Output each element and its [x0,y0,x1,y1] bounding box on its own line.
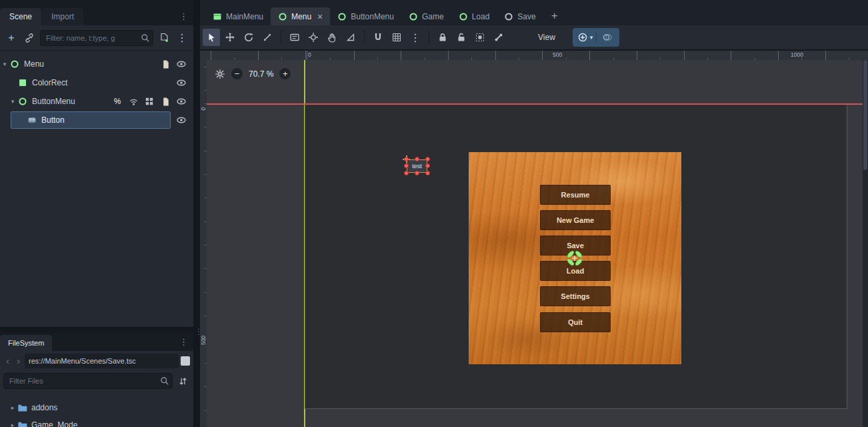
history-forward-icon[interactable]: › [14,356,23,366]
rotate-tool-button[interactable] [240,29,257,46]
control-node-icon [504,12,513,21]
visibility-eye-icon[interactable] [175,95,188,108]
scene-tab-buttonmenu[interactable]: ButtonMenu [330,7,401,25]
link-icon [24,33,35,43]
add-node-button[interactable]: + [4,31,19,45]
resize-handle[interactable] [425,163,430,168]
unlock-node-button[interactable] [453,29,470,46]
tree-row-menu[interactable]: ▾ Menu [0,55,193,73]
resize-handle[interactable] [404,171,409,175]
edit-pivot-button[interactable] [305,29,322,46]
onion-skinning-button[interactable] [599,29,616,46]
scale-tool-button[interactable] [259,29,276,46]
button-node-icon [27,115,37,125]
zoom-in-button[interactable]: + [279,68,291,79]
unique-name-icon[interactable]: % [111,95,124,108]
move-tool-button[interactable] [221,29,239,46]
toolbar-separator [281,30,281,45]
key-panel-divider [596,31,597,43]
pan-tool-button[interactable] [323,29,341,46]
new-scene-tab-button[interactable]: + [551,9,558,23]
insert-key-button[interactable]: ▾ [576,29,595,46]
scene-tab-label: ButtonMenu [351,12,394,21]
scene-tab-mainmenu[interactable]: MainMenu [205,7,271,25]
group-badge-icon[interactable] [143,95,156,108]
collapse-arrow-icon[interactable]: ▾ [0,61,9,67]
expand-arrow-icon[interactable]: ▸ [8,422,17,427]
scene-filter-input[interactable] [40,30,153,46]
zoom-out-button[interactable]: − [231,68,243,79]
snap-options-menu-icon[interactable]: ⋮ [407,29,424,46]
skeleton-options-button[interactable] [490,29,507,46]
dock-splitter[interactable]: ⋮ [193,0,200,427]
fs-row-addons[interactable]: ▸ addons [0,399,193,416]
script-icon[interactable] [159,95,172,108]
signal-icon[interactable] [127,95,140,108]
scene-tab-load[interactable]: Load [451,7,497,25]
scene-dock-toolbar: + ⋮ [0,25,193,51]
vertical-ruler[interactable]: 0 500 [200,60,207,427]
collapse-arrow-icon[interactable]: ▾ [8,98,17,105]
instance-scene-button[interactable] [22,31,37,45]
visibility-eye-icon[interactable] [175,113,188,127]
group-node-button[interactable] [471,29,489,46]
select-tool-button[interactable] [203,29,220,46]
resize-handle[interactable] [425,171,430,175]
scrollbar-thumb[interactable] [863,60,867,170]
resize-handle[interactable] [415,157,419,161]
canvas-vertical-scrollbar[interactable] [863,60,868,427]
resize-handle[interactable] [425,157,430,161]
scene-dock-menu-icon[interactable]: ⋮ [174,11,193,25]
resize-handle[interactable] [415,171,419,175]
zoom-level-label[interactable]: 70.7 % [249,69,273,79]
magnet-icon [373,32,383,43]
smart-snap-button[interactable] [369,29,387,46]
tree-row-buttonmenu[interactable]: ▾ ButtonMenu % [0,92,193,111]
dock-horizontal-splitter[interactable] [0,327,193,332]
expand-arrow-icon[interactable]: ▸ [8,404,17,411]
group-icon [475,32,485,43]
scene-tab-menu[interactable]: Menu × [271,7,330,25]
visibility-eye-icon[interactable] [175,57,188,71]
split-mode-icon[interactable] [181,356,190,366]
file-filter-input[interactable] [3,373,173,389]
x-axis-line [207,103,868,105]
plus-icon: + [8,33,14,43]
fs-row-game-mode[interactable]: ▸ Game_Mode [0,416,193,427]
resize-handle[interactable] [404,157,409,161]
attach-script-button[interactable] [157,31,171,45]
lock-icon [437,32,448,43]
selected-control[interactable]: test [407,159,427,173]
scene-tab-game[interactable]: Game [401,7,451,25]
tab-scene[interactable]: Scene [0,8,41,25]
control-node-icon [10,59,19,69]
visibility-eye-icon[interactable] [175,76,188,89]
move-icon [225,32,235,43]
close-tab-icon[interactable]: × [317,11,323,22]
tree-row-colorrect[interactable]: ColorRect [0,73,193,92]
resize-handle[interactable] [404,163,409,168]
filesystem-menu-icon[interactable]: ⋮ [174,337,193,351]
view-menu-button[interactable]: View [531,30,562,45]
plus-icon: + [283,69,288,78]
ruler-tool-button[interactable] [342,29,359,46]
search-icon [140,33,151,43]
unlock-icon [456,32,467,43]
current-path[interactable]: res://MainMenu/Scenes/Save.tsc [25,354,179,368]
horizontal-ruler[interactable]: 0 500 1000 [207,51,868,60]
scene-tree-menu-icon[interactable]: ⋮ [175,31,189,45]
2d-viewport-canvas[interactable]: Resume New Game Save Load Settings Quit … [207,60,868,427]
list-select-button[interactable] [286,29,303,46]
tree-row-button[interactable]: Button [0,111,193,129]
scene-tab-label: Game [422,12,444,21]
sort-files-icon[interactable] [175,374,190,388]
lock-node-button[interactable] [434,29,451,46]
scene-tab-save[interactable]: Save [497,7,543,25]
tab-import[interactable]: Import [42,8,83,25]
grid-snap-button[interactable] [388,29,405,46]
tab-filesystem[interactable]: FileSystem [0,335,52,351]
history-back-icon[interactable]: ‹ [3,356,12,366]
node-label: Button [41,115,65,125]
center-view-icon[interactable] [215,69,225,79]
script-icon[interactable] [159,57,172,71]
